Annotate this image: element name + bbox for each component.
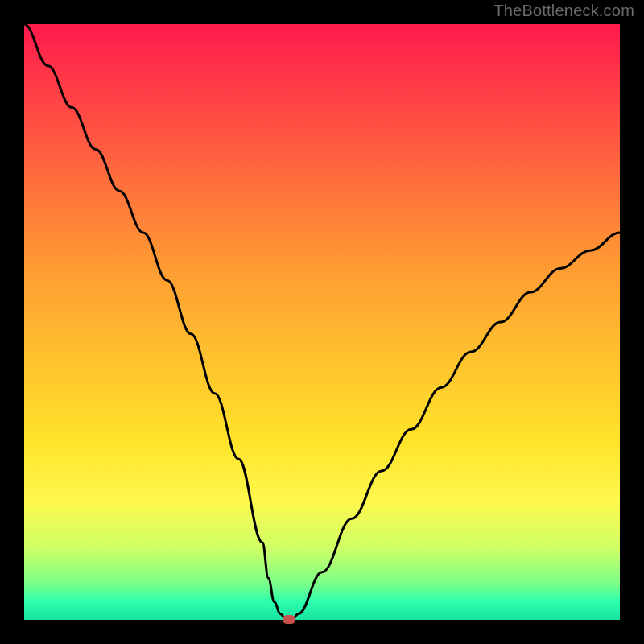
plot-area xyxy=(24,24,620,620)
watermark-text: TheBottleneck.com xyxy=(493,2,634,20)
chart-frame: TheBottleneck.com xyxy=(0,0,644,644)
bottleneck-curve xyxy=(24,24,620,620)
curve-svg xyxy=(24,24,620,620)
optimal-point-marker xyxy=(283,615,295,624)
